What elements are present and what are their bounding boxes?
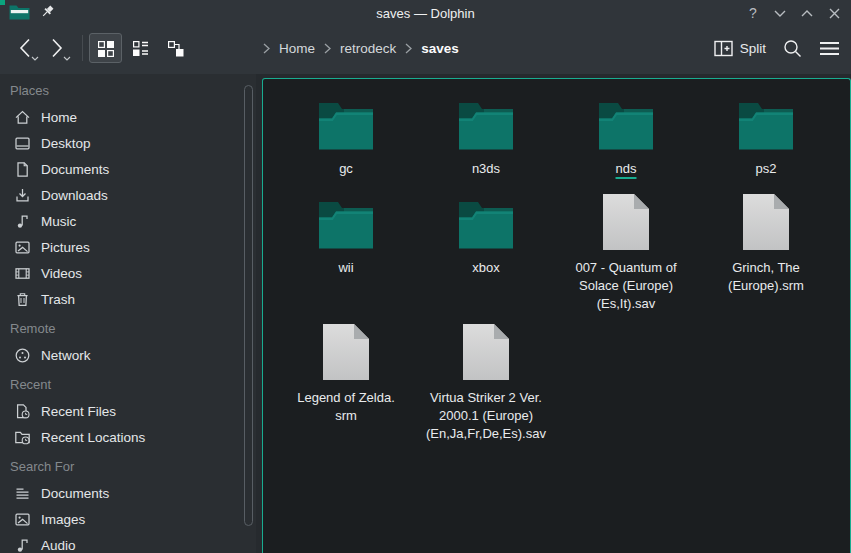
sidebar-item-label: Desktop xyxy=(41,136,91,151)
file-item-virtua-striker-2[interactable]: Virtua Striker 2 Ver. 2000.1 (Europe) (E… xyxy=(416,324,556,443)
image-icon xyxy=(14,239,31,256)
sidebar-item-search-audio[interactable]: Audio xyxy=(0,532,256,553)
home-icon xyxy=(14,109,31,126)
sidebar-item-network[interactable]: Network xyxy=(0,342,256,368)
music-note-icon xyxy=(14,213,31,230)
folder-item-wii[interactable]: wii xyxy=(276,194,416,324)
sidebar-item-documents[interactable]: Documents xyxy=(0,156,256,182)
folder-item-xbox[interactable]: xbox xyxy=(416,194,556,324)
sidebar-item-desktop[interactable]: Desktop xyxy=(0,130,256,156)
folder-item-n3ds[interactable]: n3ds xyxy=(416,99,556,194)
hamburger-menu-icon xyxy=(819,41,840,56)
folder-item-ps2[interactable]: ps2 xyxy=(696,99,836,194)
tree-view-button[interactable] xyxy=(159,33,192,63)
file-icon xyxy=(603,194,649,250)
section-label-remote: Remote xyxy=(0,316,256,342)
titlebar: saves — Dolphin ? xyxy=(0,0,851,26)
film-icon xyxy=(14,265,31,282)
sidebar-item-label: Images xyxy=(41,512,85,527)
minimize-button[interactable] xyxy=(771,4,789,22)
chevron-right-icon xyxy=(405,43,412,54)
back-history-caret-icon xyxy=(31,56,39,61)
folder-icon xyxy=(596,99,656,151)
sidebar-item-search-images[interactable]: Images xyxy=(0,506,256,532)
breadcrumb-retrodeck[interactable]: retrodeck xyxy=(338,41,398,56)
split-view-icon xyxy=(714,40,733,57)
recent-file-icon xyxy=(14,403,31,420)
pin-icon[interactable] xyxy=(40,4,56,20)
places-panel: Places Home Desktop Documents xyxy=(0,74,256,553)
file-item-legend-of-zelda[interactable]: Legend of Zelda. srm xyxy=(276,324,416,443)
file-item-007-quantum-of-solace[interactable]: 007 - Quantum of Solace (Europe) (Es,It)… xyxy=(556,194,696,324)
file-icon xyxy=(743,194,789,250)
document-icon xyxy=(14,161,31,178)
breadcrumb: Home retrodeck saves xyxy=(263,41,714,56)
icons-view-icon xyxy=(97,40,114,57)
help-button[interactable]: ? xyxy=(744,4,762,22)
sidebar-item-recent-files[interactable]: Recent Files xyxy=(0,398,256,424)
music-note-icon xyxy=(14,537,31,553)
breadcrumb-home[interactable]: Home xyxy=(277,41,317,56)
file-icon xyxy=(323,324,369,380)
sidebar-item-videos[interactable]: Videos xyxy=(0,260,256,286)
breadcrumb-saves[interactable]: saves xyxy=(419,41,461,56)
folder-icon xyxy=(736,99,796,151)
sidebar-item-label: Trash xyxy=(41,292,75,307)
compact-view-button[interactable] xyxy=(124,33,157,63)
back-button[interactable] xyxy=(10,33,40,63)
folder-icon xyxy=(316,99,376,151)
folder-icon xyxy=(456,99,516,151)
sidebar-item-label: Music xyxy=(41,214,76,229)
sidebar-item-label: Documents xyxy=(41,486,109,501)
split-button[interactable]: Split xyxy=(714,40,766,57)
sidebar-item-pictures[interactable]: Pictures xyxy=(0,234,256,260)
maximize-button[interactable] xyxy=(798,4,816,22)
file-item-grinch-the[interactable]: Grinch, The (Europe).srm xyxy=(696,194,836,324)
section-label-places: Places xyxy=(0,78,256,104)
file-icon xyxy=(463,324,509,380)
sidebar-item-label: Audio xyxy=(41,538,76,553)
desktop-icon xyxy=(14,135,31,152)
menu-button[interactable] xyxy=(819,41,840,56)
network-icon xyxy=(14,347,31,364)
sidebar-item-music[interactable]: Music xyxy=(0,208,256,234)
folder-view: gc n3ds nds ps2 xyxy=(262,78,851,553)
folder-icon xyxy=(316,194,376,250)
sidebar-scrollbar[interactable] xyxy=(244,85,253,526)
recent-folder-icon xyxy=(14,429,31,446)
search-icon xyxy=(783,39,802,58)
folder-item-gc[interactable]: gc xyxy=(276,99,416,194)
app-folder-icon[interactable] xyxy=(9,3,30,20)
sidebar-item-label: Recent Locations xyxy=(41,430,145,445)
image-icon xyxy=(14,511,31,528)
sidebar-item-label: Recent Files xyxy=(41,404,116,419)
sidebar-item-label: Videos xyxy=(41,266,82,281)
toolbar: Home retrodeck saves Split xyxy=(0,26,851,74)
sidebar-item-label: Downloads xyxy=(41,188,108,203)
search-button[interactable] xyxy=(783,39,802,58)
close-button[interactable] xyxy=(825,4,843,22)
forward-button[interactable] xyxy=(42,33,72,63)
sidebar-item-downloads[interactable]: Downloads xyxy=(0,182,256,208)
trash-icon xyxy=(14,291,31,308)
section-label-recent: Recent xyxy=(0,372,256,398)
chevron-right-icon xyxy=(263,43,270,54)
sidebar-item-label: Network xyxy=(41,348,91,363)
corner-marker xyxy=(0,0,5,5)
chevron-right-icon xyxy=(324,43,331,54)
toolbar-separator xyxy=(82,35,83,61)
split-label: Split xyxy=(740,41,766,56)
sidebar-item-label: Pictures xyxy=(41,240,90,255)
tree-view-icon xyxy=(167,40,185,57)
window-title: saves — Dolphin xyxy=(0,6,851,21)
icons-view-button[interactable] xyxy=(89,33,122,63)
sidebar-item-recent-locations[interactable]: Recent Locations xyxy=(0,424,256,450)
folder-item-nds[interactable]: nds xyxy=(556,99,696,194)
download-icon xyxy=(14,187,31,204)
compact-view-icon xyxy=(132,40,149,57)
sidebar-item-trash[interactable]: Trash xyxy=(0,286,256,312)
forward-history-caret-icon xyxy=(63,56,71,61)
sidebar-item-home[interactable]: Home xyxy=(0,104,256,130)
sidebar-item-search-documents[interactable]: Documents xyxy=(0,480,256,506)
sidebar-item-label: Documents xyxy=(41,162,109,177)
